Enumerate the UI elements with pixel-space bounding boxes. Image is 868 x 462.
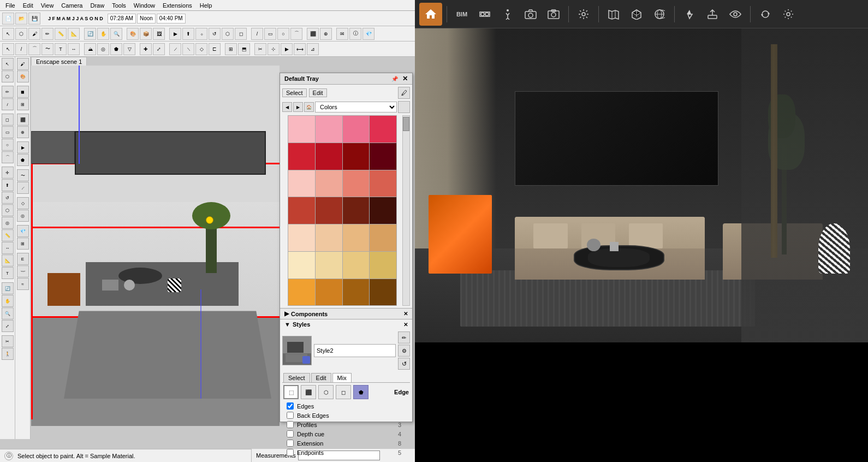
styles-btn[interactable]: 🖼 bbox=[153, 28, 165, 40]
style-name-input[interactable] bbox=[314, 344, 396, 357]
circle-tool[interactable]: ○ bbox=[277, 28, 289, 40]
push-icon[interactable]: ⬆ bbox=[2, 179, 14, 191]
enscape-bim-button[interactable]: BIM bbox=[451, 4, 472, 25]
menu-help[interactable]: Help bbox=[197, 1, 216, 10]
scene-anim[interactable]: ▶ bbox=[281, 43, 293, 55]
pan-tool[interactable]: ✋ bbox=[97, 28, 109, 40]
color-forward-button[interactable]: ▶ bbox=[293, 102, 303, 112]
add-detail[interactable]: ✚ bbox=[140, 43, 152, 55]
solid-icon2[interactable]: ⬛ bbox=[17, 114, 29, 126]
walk-icon[interactable]: 🚶 bbox=[2, 348, 14, 360]
rotate-icon[interactable]: ↺ bbox=[2, 192, 14, 204]
material-icon2[interactable]: 🎨 bbox=[17, 70, 29, 82]
menu-file[interactable]: File bbox=[2, 1, 19, 10]
enscape-main-settings-button[interactable] bbox=[778, 4, 799, 25]
rect-tool[interactable]: ▭ bbox=[264, 28, 276, 40]
color-scrollbar[interactable] bbox=[402, 115, 410, 306]
enscape-home-button[interactable] bbox=[419, 3, 442, 26]
swatch-red-mid[interactable] bbox=[288, 143, 315, 170]
open-button[interactable]: 📂 bbox=[15, 13, 27, 25]
layer-icon[interactable]: ◼ bbox=[17, 86, 29, 98]
style-refresh-icon[interactable]: ↺ bbox=[398, 358, 410, 370]
color-back-button[interactable]: ◀ bbox=[282, 102, 292, 112]
tray-pin-icon[interactable]: 📌 bbox=[391, 76, 398, 82]
swatch-maroon[interactable] bbox=[370, 197, 396, 224]
section-cut[interactable]: ✂ bbox=[254, 43, 266, 55]
swatch-red-dark[interactable] bbox=[316, 143, 342, 170]
edges-checkbox[interactable] bbox=[287, 402, 294, 410]
menu-extensions[interactable]: Extensions bbox=[159, 1, 195, 10]
pencil-tool[interactable]: ✏ bbox=[2, 86, 14, 98]
section-icon[interactable]: ✂ bbox=[2, 335, 14, 347]
zoom-icon[interactable]: 🔍 bbox=[2, 307, 14, 319]
3d-text[interactable]: T bbox=[55, 43, 67, 55]
enscape-nav-button[interactable] bbox=[679, 4, 700, 25]
style-tab-select[interactable]: Select bbox=[283, 373, 310, 382]
offset-tool[interactable]: ◻ bbox=[235, 28, 247, 40]
mirror[interactable]: ⟷ bbox=[294, 43, 306, 55]
extension-checkbox[interactable] bbox=[287, 440, 294, 447]
enscape-vr-button[interactable] bbox=[474, 4, 495, 25]
swatch-salmon-dark[interactable] bbox=[343, 170, 370, 197]
components-header[interactable]: ▶ Components ✕ bbox=[280, 309, 412, 319]
swatch-pink-light[interactable] bbox=[288, 116, 315, 143]
weld-icon[interactable]: ⟋ bbox=[17, 182, 29, 194]
swatch-darkred2[interactable] bbox=[370, 143, 396, 170]
edge-style-icon3[interactable]: ⬡ bbox=[318, 385, 334, 399]
style-settings-icon[interactable]: ⚙ bbox=[398, 345, 410, 357]
component-icon[interactable]: ⬡ bbox=[2, 70, 14, 82]
edge-style-icon5[interactable]: ⬟ bbox=[353, 385, 368, 399]
enscape-icon[interactable]: E bbox=[17, 253, 29, 265]
ruby-icon2[interactable]: 💎 bbox=[17, 225, 29, 237]
dimension-icon[interactable]: ↔ bbox=[2, 242, 14, 254]
main-viewport[interactable] bbox=[31, 66, 280, 426]
styles-header[interactable]: ▼ Styles ✕ bbox=[280, 319, 412, 329]
comp-browser[interactable]: 📦 bbox=[140, 28, 152, 40]
enscape-globe-button[interactable] bbox=[649, 4, 670, 25]
pan-icon[interactable]: ✋ bbox=[2, 295, 14, 307]
topo[interactable]: ⊿ bbox=[307, 43, 319, 55]
swatch-peach-mid[interactable] bbox=[316, 224, 342, 251]
eraser-tool[interactable]: ✏ bbox=[41, 28, 53, 40]
back-edges-checkbox[interactable] bbox=[287, 412, 294, 419]
sandbox[interactable]: ⛰ bbox=[84, 43, 96, 55]
menu-tools[interactable]: Tools bbox=[109, 1, 129, 10]
menu-edit[interactable]: Edit bbox=[20, 1, 37, 10]
wave-icon[interactable]: 〰 bbox=[17, 265, 29, 277]
swatch-salmon-light[interactable] bbox=[288, 170, 315, 197]
drape[interactable]: ▽ bbox=[123, 43, 135, 55]
components-close-icon[interactable]: ✕ bbox=[403, 311, 408, 317]
enscape-settings-button[interactable] bbox=[573, 4, 594, 25]
stamp-icon[interactable]: ⬟ bbox=[17, 154, 29, 166]
swatch-orange-dark[interactable] bbox=[343, 279, 370, 306]
move-tool[interactable]: ⬦ bbox=[195, 28, 207, 40]
menu-camera[interactable]: Camera bbox=[58, 1, 86, 10]
menu-draw[interactable]: Draw bbox=[87, 1, 108, 10]
cleanup-icon[interactable]: ⊞ bbox=[17, 238, 29, 250]
scale-tool[interactable]: ⬡ bbox=[222, 28, 234, 40]
edge-style-icon2[interactable]: ⬛ bbox=[301, 385, 316, 399]
text-icon[interactable]: T bbox=[2, 267, 14, 279]
smooth-icon[interactable]: ◎ bbox=[17, 210, 29, 222]
style-tab-mix[interactable]: Mix bbox=[332, 373, 352, 382]
swatch-yellow-light[interactable] bbox=[288, 252, 315, 279]
swatch-terracotta[interactable] bbox=[370, 170, 396, 197]
component-tool[interactable]: ⬡ bbox=[15, 28, 27, 40]
axes[interactable]: ⊹ bbox=[267, 43, 280, 55]
tape-icon[interactable]: 📏 bbox=[2, 229, 14, 241]
solid-tool[interactable]: ⬛ bbox=[307, 28, 319, 40]
endpoints-checkbox[interactable] bbox=[287, 449, 294, 456]
enscape-camera-button[interactable] bbox=[520, 4, 541, 25]
swatch-peach-dark[interactable] bbox=[343, 224, 370, 251]
pipe[interactable]: ⊏ bbox=[209, 43, 221, 55]
enscape-export-button[interactable] bbox=[702, 4, 723, 25]
erase-tool[interactable]: ◻ bbox=[2, 114, 14, 126]
swatch-salmon-mid[interactable] bbox=[316, 170, 342, 197]
protractor-icon[interactable]: 📐 bbox=[2, 254, 14, 266]
pointer-tool[interactable]: ↖ bbox=[2, 43, 14, 55]
draw-arc[interactable]: ⌒ bbox=[28, 43, 40, 55]
menu-view[interactable]: View bbox=[38, 1, 57, 10]
style-tab-edit[interactable]: Edit bbox=[311, 373, 331, 382]
protractor-tool[interactable]: 📐 bbox=[68, 28, 80, 40]
flip-edge[interactable]: ⤢ bbox=[153, 43, 165, 55]
